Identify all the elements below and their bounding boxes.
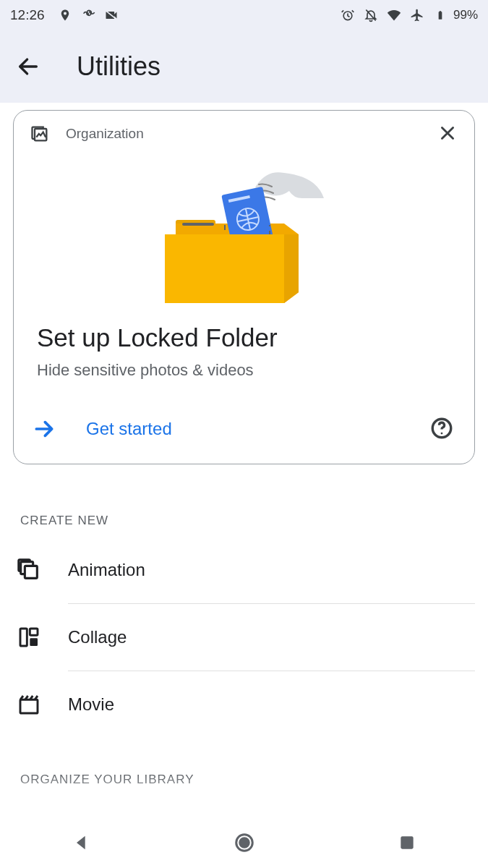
- svg-rect-16: [401, 836, 413, 848]
- create-item-animation[interactable]: Animation: [13, 537, 475, 603]
- card-illustration: [14, 151, 474, 310]
- app-bar: Utilities: [0, 30, 488, 103]
- get-started-button[interactable]: Get started: [86, 419, 172, 439]
- animation-icon: [16, 557, 42, 583]
- svg-rect-9: [25, 566, 37, 578]
- nav-back-button[interactable]: [67, 828, 96, 857]
- page-title: Utilities: [77, 51, 160, 82]
- nav-home-button[interactable]: [230, 828, 259, 857]
- arrow-right-icon: [33, 417, 56, 441]
- svg-point-8: [441, 433, 443, 435]
- create-item-collage[interactable]: Collage: [13, 604, 475, 671]
- svg-rect-13: [20, 699, 38, 713]
- collage-icon: [16, 624, 42, 650]
- movie-icon: [16, 692, 42, 718]
- wifi-icon: [387, 8, 401, 22]
- svg-rect-11: [30, 629, 38, 635]
- airplane-icon: [410, 8, 424, 22]
- help-button[interactable]: [429, 416, 455, 442]
- status-time: 12:26: [10, 7, 45, 23]
- navigation-bar: [0, 817, 488, 868]
- section-heading-create: CREATE NEW: [13, 505, 475, 537]
- section-heading-organize: ORGANIZE YOUR LIBRARY: [13, 764, 475, 796]
- nav-recent-button[interactable]: [393, 828, 421, 857]
- card-tag: Organization: [66, 126, 144, 142]
- status-bar: 12:26 99%: [0, 0, 488, 30]
- gallery-icon: [30, 124, 50, 144]
- close-card-button[interactable]: [438, 124, 458, 144]
- create-item-label: Movie: [68, 694, 114, 715]
- card-subtitle: Hide sensitive photos & videos: [14, 361, 474, 380]
- create-item-movie[interactable]: Movie: [13, 671, 475, 738]
- svg-rect-6: [182, 223, 214, 226]
- locked-folder-card: Organization: [13, 110, 475, 464]
- notifications-off-icon: [364, 8, 378, 22]
- svg-rect-10: [20, 629, 27, 646]
- pinwheel-icon: [81, 8, 95, 22]
- location-icon: [58, 8, 72, 22]
- svg-rect-12: [30, 638, 38, 646]
- card-title: Set up Locked Folder: [14, 323, 474, 352]
- alarm-icon: [341, 8, 355, 22]
- create-item-label: Animation: [68, 560, 145, 580]
- svg-point-15: [239, 838, 249, 848]
- back-button[interactable]: [13, 51, 43, 82]
- battery-icon: [433, 8, 448, 22]
- battery-percentage: 99%: [453, 8, 478, 22]
- camera-off-icon: [104, 8, 119, 22]
- create-item-label: Collage: [68, 627, 127, 647]
- create-list: Animation Collage Movie: [13, 537, 475, 738]
